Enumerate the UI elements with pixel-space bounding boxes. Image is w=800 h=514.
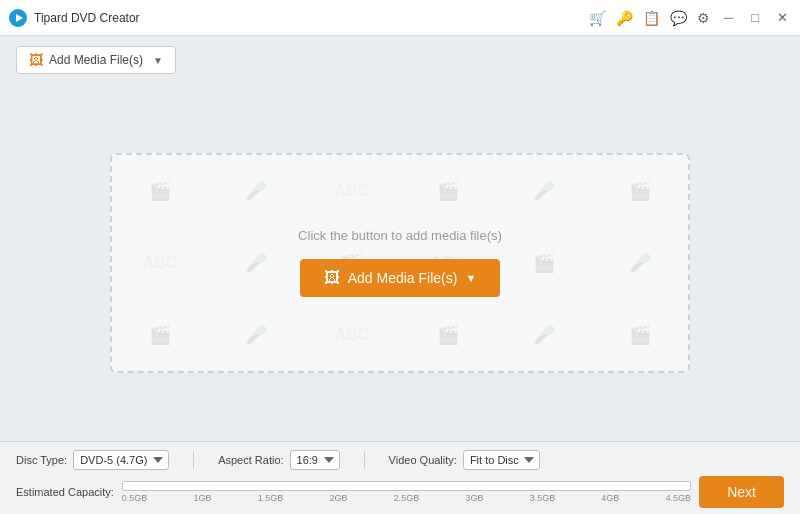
wm-11: 🎬	[496, 227, 592, 299]
cap-label-4: 2.5GB	[394, 493, 420, 503]
center-add-label: Add Media File(s)	[348, 270, 458, 286]
maximize-button[interactable]: □	[747, 8, 763, 27]
drop-area[interactable]: 🎬 🎤 ABC 🎬 🎤 🎬 ABC 🎤 🎬 ABC 🎬 🎤 🎬 🎤 ABC 🎬 …	[110, 153, 690, 373]
toolbar: 🖼 Add Media File(s) ▼	[0, 36, 800, 84]
disc-type-label: Disc Type:	[16, 454, 67, 466]
wm-15: ABC	[304, 299, 400, 371]
disc-type-select[interactable]: DVD-5 (4.7G) DVD-9 (8.5G)	[73, 450, 169, 470]
app-title: Tipard DVD Creator	[34, 11, 140, 25]
wm-16: 🎬	[400, 299, 496, 371]
wm-1: 🎬	[112, 155, 208, 227]
video-quality-field: Video Quality: Fit to Disc High Medium L…	[389, 450, 540, 470]
bottom-row1: Disc Type: DVD-5 (4.7G) DVD-9 (8.5G) Asp…	[16, 450, 784, 470]
aspect-ratio-label: Aspect Ratio:	[218, 454, 283, 466]
wm-8: 🎤	[208, 227, 304, 299]
chat-icon[interactable]: 💬	[670, 10, 687, 26]
capacity-bar-container: 0.5GB 1GB 1.5GB 2GB 2.5GB 3GB 3.5GB 4GB …	[122, 481, 691, 503]
main-area: 🖼 Add Media File(s) ▼ 🎬 🎤 ABC 🎬 🎤 🎬 ABC …	[0, 36, 800, 514]
aspect-ratio-select[interactable]: 16:9 4:3	[290, 450, 340, 470]
add-media-icon: 🖼	[29, 52, 43, 68]
bottom-row2: Estimated Capacity: 0.5GB 1GB 1.5GB 2GB …	[16, 481, 691, 503]
add-media-label: Add Media File(s)	[49, 53, 143, 67]
wm-5: 🎤	[496, 155, 592, 227]
wm-17: 🎤	[496, 299, 592, 371]
gear-icon[interactable]: ⚙	[697, 10, 710, 26]
wm-2: 🎤	[208, 155, 304, 227]
drop-area-container: 🎬 🎤 ABC 🎬 🎤 🎬 ABC 🎤 🎬 ABC 🎬 🎤 🎬 🎤 ABC 🎬 …	[0, 84, 800, 441]
app-logo	[8, 8, 28, 28]
video-quality-label: Video Quality:	[389, 454, 457, 466]
wm-3: ABC	[304, 155, 400, 227]
minimize-button[interactable]: ─	[720, 8, 737, 27]
wm-13: 🎬	[112, 299, 208, 371]
center-add-media-button[interactable]: 🖼 Add Media File(s) ▼	[300, 259, 501, 297]
titlebar-controls: 🛒 🔑 📋 💬 ⚙ ─ □ ✕	[589, 8, 792, 27]
drop-hint-text: Click the button to add media file(s)	[298, 228, 502, 243]
center-add-arrow-icon: ▼	[465, 272, 476, 284]
separator-1	[193, 451, 194, 469]
cap-label-0: 0.5GB	[122, 493, 148, 503]
key-icon[interactable]: 🔑	[616, 10, 633, 26]
cap-label-6: 3.5GB	[530, 493, 556, 503]
cap-label-8: 4.5GB	[666, 493, 692, 503]
cap-label-7: 4GB	[601, 493, 619, 503]
wm-14: 🎤	[208, 299, 304, 371]
cap-label-5: 3GB	[465, 493, 483, 503]
cart-icon[interactable]: 🛒	[589, 10, 606, 26]
capacity-bar	[122, 481, 691, 491]
wm-12: 🎤	[592, 227, 688, 299]
cap-label-2: 1.5GB	[258, 493, 284, 503]
estimated-capacity-label: Estimated Capacity:	[16, 486, 114, 498]
drop-content: Click the button to add media file(s) 🖼 …	[298, 228, 502, 297]
bottom-bar: Disc Type: DVD-5 (4.7G) DVD-9 (8.5G) Asp…	[0, 441, 800, 514]
close-button[interactable]: ✕	[773, 8, 792, 27]
titlebar: Tipard DVD Creator 🛒 🔑 📋 💬 ⚙ ─ □ ✕	[0, 0, 800, 36]
titlebar-left: Tipard DVD Creator	[8, 8, 140, 28]
wm-6: 🎬	[592, 155, 688, 227]
separator-2	[364, 451, 365, 469]
capacity-labels: 0.5GB 1GB 1.5GB 2GB 2.5GB 3GB 3.5GB 4GB …	[122, 493, 691, 503]
wm-4: 🎬	[400, 155, 496, 227]
center-add-icon: 🖼	[324, 269, 340, 287]
bottom-row2-wrap: Estimated Capacity: 0.5GB 1GB 1.5GB 2GB …	[16, 476, 784, 508]
next-button[interactable]: Next	[699, 476, 784, 508]
wm-7: ABC	[112, 227, 208, 299]
add-media-button[interactable]: 🖼 Add Media File(s) ▼	[16, 46, 176, 74]
wm-18: 🎬	[592, 299, 688, 371]
disc-type-field: Disc Type: DVD-5 (4.7G) DVD-9 (8.5G)	[16, 450, 169, 470]
add-media-arrow-icon: ▼	[153, 55, 163, 66]
clipboard-icon[interactable]: 📋	[643, 10, 660, 26]
aspect-ratio-field: Aspect Ratio: 16:9 4:3	[218, 450, 339, 470]
cap-label-3: 2GB	[329, 493, 347, 503]
video-quality-select[interactable]: Fit to Disc High Medium Low	[463, 450, 540, 470]
cap-label-1: 1GB	[194, 493, 212, 503]
